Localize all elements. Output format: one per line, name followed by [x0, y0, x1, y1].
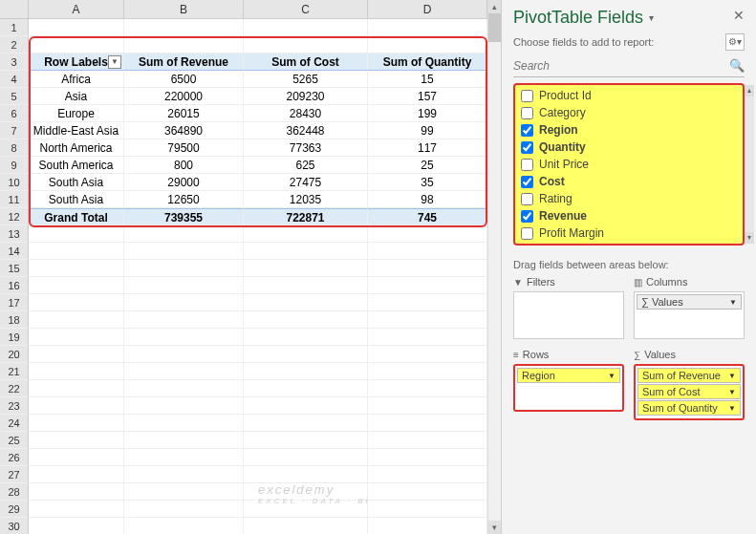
cell[interactable]: [124, 380, 244, 397]
cell[interactable]: [29, 243, 124, 260]
columns-pill-values[interactable]: ∑ Values▼: [637, 294, 742, 310]
cell[interactable]: [368, 380, 487, 397]
cell[interactable]: [244, 415, 368, 432]
chevron-down-icon[interactable]: ▼: [728, 404, 736, 413]
cell[interactable]: [244, 294, 368, 311]
field-item[interactable]: Cost: [515, 173, 743, 190]
cell[interactable]: [244, 260, 368, 277]
field-checkbox[interactable]: [521, 159, 533, 171]
cell[interactable]: 15: [368, 71, 487, 88]
cell[interactable]: South Asia: [29, 191, 124, 208]
cell[interactable]: [124, 225, 244, 243]
col-header-A[interactable]: A: [29, 0, 124, 18]
cell[interactable]: [368, 466, 487, 483]
field-item[interactable]: Product Id: [515, 87, 743, 104]
cell[interactable]: 29000: [124, 174, 244, 191]
cell[interactable]: 35: [368, 174, 487, 191]
cell[interactable]: [368, 518, 487, 534]
cell[interactable]: [29, 19, 124, 36]
field-checkbox[interactable]: [521, 193, 533, 205]
cell[interactable]: [368, 346, 487, 363]
cell[interactable]: [124, 449, 244, 466]
cell[interactable]: South America: [29, 157, 124, 174]
select-all-corner[interactable]: [0, 0, 29, 18]
cell[interactable]: Sum of Quantity: [368, 53, 487, 71]
row-header[interactable]: 15: [0, 260, 29, 277]
row-header[interactable]: 14: [0, 243, 29, 260]
cell[interactable]: [368, 19, 487, 36]
scroll-up-icon[interactable]: ▴: [745, 85, 754, 96]
cell[interactable]: [29, 397, 124, 415]
cell[interactable]: [244, 19, 368, 36]
cell[interactable]: [244, 36, 368, 53]
cell[interactable]: [244, 243, 368, 260]
cell[interactable]: [29, 449, 124, 466]
cell[interactable]: [368, 260, 487, 277]
row-header[interactable]: 5: [0, 88, 29, 105]
search-field[interactable]: 🔍: [513, 58, 745, 77]
cell[interactable]: 5265: [244, 71, 368, 88]
cell[interactable]: Sum of Revenue: [124, 53, 244, 71]
cell[interactable]: [124, 415, 244, 432]
field-checkbox[interactable]: [521, 176, 533, 188]
row-header[interactable]: 6: [0, 105, 29, 122]
search-input[interactable]: [513, 59, 729, 73]
cell[interactable]: [244, 329, 368, 346]
cell[interactable]: 199: [368, 105, 487, 122]
field-item[interactable]: Category: [515, 104, 743, 121]
cell[interactable]: [29, 36, 124, 53]
row-header[interactable]: 4: [0, 71, 29, 88]
row-labels-dropdown[interactable]: ▼: [108, 55, 121, 69]
row-header[interactable]: 24: [0, 415, 29, 432]
cell[interactable]: [124, 363, 244, 380]
cell[interactable]: [244, 518, 368, 534]
row-header[interactable]: 17: [0, 294, 29, 311]
cell[interactable]: 364890: [124, 122, 244, 139]
cell[interactable]: [244, 380, 368, 397]
field-list-scrollbar[interactable]: ▴ ▾: [745, 85, 754, 244]
field-item[interactable]: Region: [515, 121, 743, 139]
row-header[interactable]: 20: [0, 346, 29, 363]
cell[interactable]: [124, 329, 244, 346]
cell[interactable]: 209230: [244, 88, 368, 105]
cell[interactable]: [29, 294, 124, 311]
chevron-down-icon[interactable]: ▼: [728, 388, 736, 396]
cell[interactable]: South Asia: [29, 174, 124, 191]
values-dropzone[interactable]: Sum of Revenue▼Sum of Cost▼Sum of Quanti…: [634, 364, 745, 420]
cell[interactable]: 800: [124, 157, 244, 174]
cell[interactable]: [124, 518, 244, 534]
cell[interactable]: 28430: [244, 105, 368, 122]
cell[interactable]: 26015: [124, 105, 244, 122]
cell[interactable]: 739355: [124, 208, 244, 225]
scroll-down-icon[interactable]: ▾: [745, 232, 754, 244]
field-checkbox[interactable]: [521, 210, 533, 223]
field-item[interactable]: Profit Margin: [515, 224, 743, 242]
col-header-C[interactable]: C: [244, 0, 368, 18]
row-header[interactable]: 8: [0, 139, 29, 157]
cell[interactable]: 745: [368, 208, 487, 225]
cell[interactable]: 12035: [244, 191, 368, 208]
sheet-scrollbar[interactable]: ▴ ▾: [487, 0, 501, 534]
chevron-down-icon[interactable]: ▼: [729, 298, 737, 307]
chevron-down-icon[interactable]: ▼: [608, 372, 616, 380]
cell[interactable]: 220000: [124, 88, 244, 105]
cell[interactable]: [368, 501, 487, 518]
cell[interactable]: [29, 277, 124, 294]
cell[interactable]: [29, 329, 124, 346]
row-header[interactable]: 26: [0, 449, 29, 466]
cell[interactable]: [29, 432, 124, 449]
cell[interactable]: [124, 260, 244, 277]
cell[interactable]: [29, 363, 124, 380]
cell[interactable]: Row Labels▼: [29, 53, 124, 71]
scroll-thumb[interactable]: [488, 13, 501, 42]
chevron-down-icon[interactable]: ▾: [649, 12, 654, 23]
cell[interactable]: [29, 466, 124, 483]
rows-pill-region[interactable]: Region▼: [517, 368, 620, 383]
cell[interactable]: [29, 518, 124, 534]
field-checkbox[interactable]: [521, 141, 533, 154]
cell[interactable]: [368, 415, 487, 432]
cell[interactable]: [124, 36, 244, 53]
cell[interactable]: 25: [368, 157, 487, 174]
chevron-down-icon[interactable]: ▼: [728, 372, 736, 380]
cell[interactable]: 722871: [244, 208, 368, 225]
